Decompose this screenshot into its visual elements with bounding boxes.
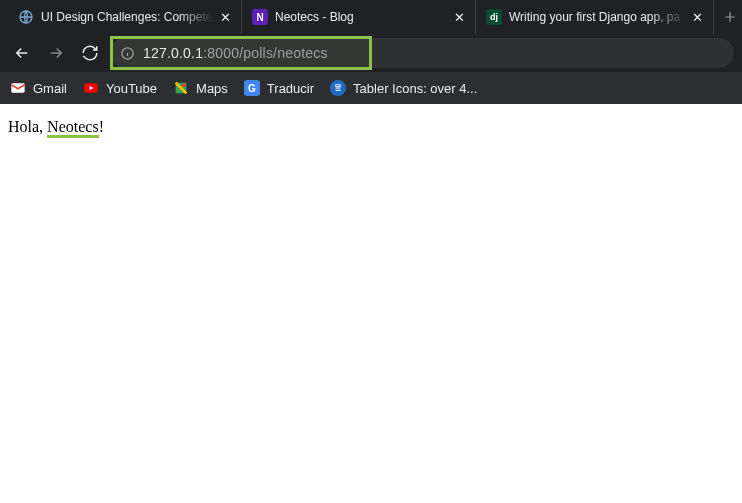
bookmark-label: YouTube — [106, 81, 157, 96]
bookmark-gmail[interactable]: Gmail — [10, 80, 67, 96]
back-button[interactable] — [8, 39, 36, 67]
tab-title: UI Design Challenges: Compete — [41, 10, 213, 24]
bookmark-label: Gmail — [33, 81, 67, 96]
tab-close-button[interactable]: ✕ — [220, 11, 231, 24]
bookmark-youtube[interactable]: YouTube — [83, 80, 157, 96]
maps-icon — [173, 80, 189, 96]
tab-ui-design[interactable]: UI Design Challenges: Compete ✕ — [8, 0, 242, 34]
greeting-name: Neotecs — [47, 118, 99, 138]
translate-icon: G — [244, 80, 260, 96]
bookmark-label: Tabler Icons: over 4... — [353, 81, 477, 96]
page-body: Hola, Neotecs! — [0, 104, 742, 150]
bookmarks-bar: Gmail YouTube Maps G Traducir Tabler Ico… — [0, 72, 742, 104]
greeting-suffix: ! — [99, 118, 104, 135]
tab-title: Neotecs - Blog — [275, 10, 447, 24]
tab-django[interactable]: dj Writing your first Django app, pa ✕ — [476, 0, 714, 34]
tab-strip: UI Design Challenges: Compete ✕ N Neotec… — [0, 0, 742, 34]
url-path: :8000/polls/neotecs — [203, 45, 327, 61]
neotecs-favicon: N — [252, 9, 268, 25]
reload-button[interactable] — [76, 39, 104, 67]
globe-favicon — [18, 9, 34, 25]
gmail-icon — [10, 80, 26, 96]
bookmark-traducir[interactable]: G Traducir — [244, 80, 314, 96]
django-favicon: dj — [486, 9, 502, 25]
youtube-icon — [83, 80, 99, 96]
svg-point-4 — [182, 83, 186, 87]
bookmark-label: Maps — [196, 81, 228, 96]
new-tab-button[interactable] — [718, 3, 742, 31]
tab-close-button[interactable]: ✕ — [692, 11, 703, 24]
bookmark-tabler[interactable]: Tabler Icons: over 4... — [330, 80, 477, 96]
greeting-prefix: Hola, — [8, 118, 47, 135]
toolbar: 127.0.0.1:8000/polls/neotecs — [0, 34, 742, 72]
tab-title: Writing your first Django app, pa — [509, 10, 685, 24]
site-info-icon[interactable] — [120, 46, 135, 61]
forward-button[interactable] — [42, 39, 70, 67]
tab-neotecs[interactable]: N Neotecs - Blog ✕ — [242, 0, 476, 34]
address-bar[interactable]: 127.0.0.1:8000/polls/neotecs — [110, 38, 734, 68]
bookmark-maps[interactable]: Maps — [173, 80, 228, 96]
bookmark-label: Traducir — [267, 81, 314, 96]
tab-close-button[interactable]: ✕ — [454, 11, 465, 24]
tabler-icon — [330, 80, 346, 96]
url-host: 127.0.0.1 — [143, 45, 203, 61]
url-text: 127.0.0.1:8000/polls/neotecs — [143, 45, 328, 61]
